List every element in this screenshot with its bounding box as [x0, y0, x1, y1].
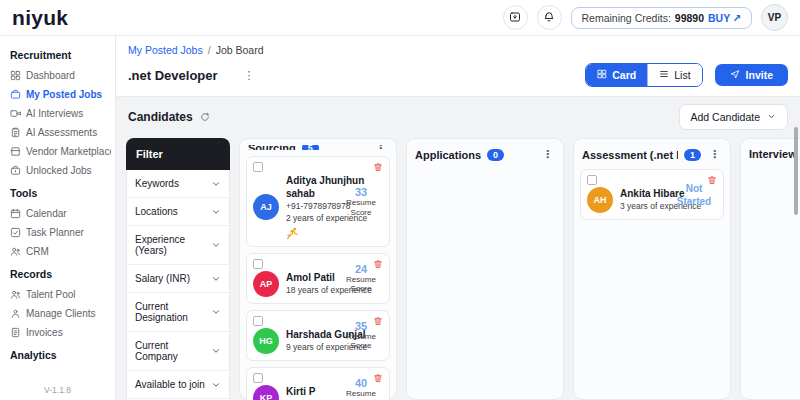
user-avatar[interactable]: VP	[761, 4, 788, 31]
external-link-icon: ↗	[732, 12, 741, 24]
import-icon	[509, 11, 521, 25]
column-header: Interview	[747, 145, 800, 162]
sidebar-item-vendor-marketplace[interactable]: Vendor Marketplace	[10, 142, 111, 161]
breadcrumb-parent-link[interactable]: My Posted Jobs	[128, 44, 203, 56]
sidebar-item-my-posted-jobs[interactable]: My Posted Jobs	[10, 85, 111, 104]
sidebar-section-label: Recruitment	[10, 49, 111, 61]
job-options-menu[interactable]: ⋮	[244, 69, 255, 82]
sidebar-item-talent-pool[interactable]: Talent Pool	[10, 285, 111, 304]
users-icon	[10, 289, 21, 300]
breadcrumb: My Posted Jobs / Job Board	[128, 44, 788, 56]
breadcrumb-current: Job Board	[216, 44, 264, 56]
list-icon	[659, 69, 669, 81]
list-view-button[interactable]: List	[647, 64, 701, 86]
candidate-board: Filter KeywordsLocationsExperience (Year…	[116, 136, 800, 400]
resume-score-label: Resume	[340, 389, 382, 398]
candidate-card[interactable]: AHAnkita Hibare3 years of experienceNotS…	[580, 169, 724, 220]
board-columns: Sourcing5⋮AJAditya Jhunjhun sahab+91-797…	[239, 138, 800, 400]
sidebar-item-label: AI Interviews	[26, 108, 83, 119]
sidebar-item-label: Vendor Marketplace	[26, 146, 111, 157]
column-count-badge: 5	[302, 145, 319, 150]
filter-item-current-designation[interactable]: Current Designation	[127, 293, 229, 332]
candidates-bar: Candidates Add Candidate	[116, 97, 800, 136]
filter-item-locations[interactable]: Locations	[127, 198, 229, 226]
sidebar-item-ai-interviews[interactable]: AI Interviews	[10, 104, 111, 123]
candidate-avatar: AP	[253, 271, 279, 297]
resume-score-value: 40	[340, 377, 382, 389]
task-icon	[10, 227, 21, 238]
breadcrumb-separator: /	[208, 44, 211, 56]
notifications-button[interactable]	[537, 5, 562, 30]
filter-item-current-company[interactable]: Current Company	[127, 332, 229, 371]
dashboard-icon	[10, 70, 21, 81]
resume-score-label: Resume	[340, 275, 382, 284]
brand-logo: niyuk	[12, 6, 68, 30]
add-candidate-button[interactable]: Add Candidate	[679, 104, 788, 130]
sidebar-item-label: My Posted Jobs	[26, 89, 102, 100]
sidebar-item-manage-clients[interactable]: Manage Clients	[10, 304, 111, 323]
buy-credits-link[interactable]: BUY ↗	[708, 12, 741, 24]
sidebar-item-label: Unlocked Jobs	[26, 165, 92, 176]
chevron-down-icon	[211, 346, 221, 356]
column-header: Applications0⋮	[413, 145, 557, 163]
column-options-menu[interactable]: ⋮	[373, 145, 388, 150]
chevron-down-icon	[211, 240, 221, 250]
delete-candidate-icon[interactable]	[373, 162, 383, 172]
filter-panel: Filter KeywordsLocationsExperience (Year…	[126, 138, 230, 400]
sidebar-item-dashboard[interactable]: Dashboard	[10, 66, 111, 85]
resume-score-label: Score	[340, 207, 382, 216]
list-view-label: List	[674, 69, 690, 81]
sidebar-item-calendar[interactable]: Calendar	[10, 204, 111, 223]
quick-add-button[interactable]	[503, 5, 528, 30]
filter-item-available-to-join[interactable]: Available to join	[127, 371, 229, 399]
sidebar-item-invoices[interactable]: Invoices	[10, 323, 111, 342]
assessment-status: NotStarted	[672, 182, 716, 208]
app-window: niyuk Remaining Credits: 99890 BUY ↗ VP …	[0, 0, 800, 400]
resume-score-value: 35	[340, 320, 382, 332]
top-header-actions: Remaining Credits: 99890 BUY ↗ VP	[503, 4, 788, 31]
candidate-card[interactable]: KPKirti P6 years of experience40ResumeSc…	[246, 367, 390, 400]
column-options-menu[interactable]: ⋮	[540, 148, 555, 161]
candidate-checkbox[interactable]	[253, 259, 263, 269]
candidates-label: Candidates	[128, 110, 193, 124]
sidebar-item-crm[interactable]: CRM	[10, 242, 111, 261]
send-icon	[730, 69, 740, 81]
card-view-button[interactable]: Card	[586, 64, 647, 86]
sidebar-section-label: Tools	[10, 187, 111, 199]
filter-item-label: Locations	[135, 206, 178, 217]
invite-button[interactable]: Invite	[715, 64, 788, 86]
candidate-checkbox[interactable]	[587, 175, 597, 185]
candidate-card[interactable]: AJAditya Jhunjhun sahab+91-79789789782 y…	[246, 156, 390, 247]
vertical-scrollbar-thumb[interactable]	[794, 127, 798, 215]
sidebar-item-task-planner[interactable]: Task Planner	[10, 223, 111, 242]
column-options-menu[interactable]: ⋮	[707, 148, 722, 161]
candidate-avatar: KP	[253, 385, 279, 400]
sidebar-item-label: AI Assessments	[26, 127, 97, 138]
chevron-down-icon	[767, 111, 776, 123]
filter-item-keywords[interactable]: Keywords	[127, 170, 229, 198]
filter-items: KeywordsLocationsExperience (Years)Salar…	[126, 170, 230, 400]
briefcase-lock-icon	[10, 165, 21, 176]
resume-score-label: Score	[340, 284, 382, 293]
sidebar-item-ai-assessments[interactable]: AI Assessments	[10, 123, 111, 142]
candidate-card[interactable]: HGHarshada Gunjal9 years of experience35…	[246, 310, 390, 361]
refresh-icon[interactable]	[200, 112, 210, 122]
candidate-card[interactable]: APAmol Patil18 years of experience24Resu…	[246, 253, 390, 304]
app-version: V-1.1.8	[0, 385, 115, 395]
chevron-down-icon	[211, 207, 221, 217]
bell-icon	[543, 11, 555, 25]
resume-score: 33ResumeScore	[340, 186, 382, 216]
candidate-checkbox[interactable]	[253, 316, 263, 326]
sidebar-item-unlocked-jobs[interactable]: Unlocked Jobs	[10, 161, 111, 180]
add-candidate-label: Add Candidate	[691, 111, 760, 123]
column-title: Applications	[415, 149, 481, 161]
filter-item-label: Keywords	[135, 178, 179, 189]
candidate-checkbox[interactable]	[253, 373, 263, 383]
filter-item-experience-years-[interactable]: Experience (Years)	[127, 226, 229, 265]
candidate-checkbox[interactable]	[253, 162, 263, 172]
chevron-down-icon	[211, 380, 221, 390]
remaining-credits-pill[interactable]: Remaining Credits: 99890 BUY ↗	[571, 7, 752, 29]
board-column-sourcing: Sourcing5⋮AJAditya Jhunjhun sahab+91-797…	[239, 138, 397, 400]
filter-item-salary-inr-[interactable]: Salary (INR)	[127, 265, 229, 293]
title-row: .net Developer ⋮ Card List	[128, 63, 788, 87]
